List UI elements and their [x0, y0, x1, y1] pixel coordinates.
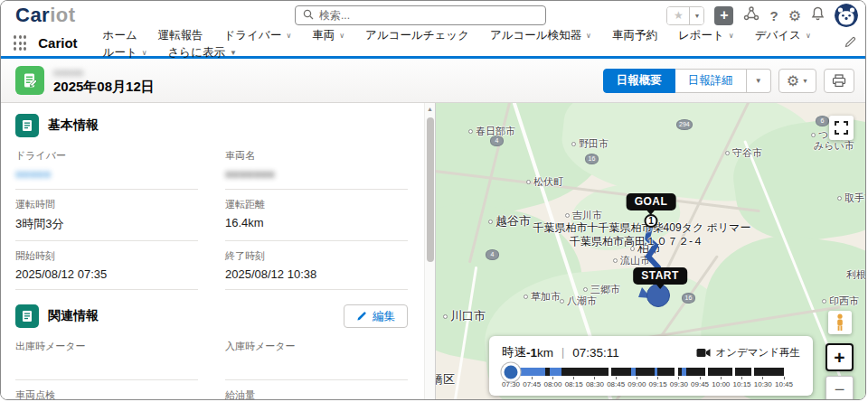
field-label: 給油量: [225, 388, 408, 400]
goal-marker[interactable]: GOAL: [627, 193, 676, 210]
field-value: 2025/08/12 10:38: [225, 267, 408, 281]
field-label: 入庫時メーター: [225, 340, 408, 353]
nav-tab-label: レポート: [678, 28, 724, 43]
record-actions: 日報概要 日報詳細 ▼ ⚙ ▼: [603, 69, 854, 93]
field-label: 車両点検: [15, 388, 198, 400]
app-window: Cariot ★ ▼ + ? ⚙: [0, 0, 866, 400]
report-button-group: 日報概要 日報詳細 ▼: [603, 69, 771, 93]
nav-edit-pencil-icon[interactable]: [844, 35, 856, 51]
field-value[interactable]: ●●●●●: [15, 167, 198, 181]
nav-tab-label: ルート: [103, 45, 137, 61]
nav-tab-アルコールチェック[interactable]: アルコールチェック: [365, 28, 469, 43]
nav-tab-ホーム[interactable]: ホーム: [103, 28, 137, 43]
notifications-bell-icon[interactable]: [811, 6, 825, 24]
nav-tab-label: さらに表示: [168, 45, 225, 61]
chevron-down-icon: ∨: [586, 32, 591, 40]
panel-scrollbar[interactable]: ▲: [424, 103, 435, 400]
playback-timeline[interactable]: [511, 368, 784, 376]
nav-tab-ルート[interactable]: ルート∨: [103, 45, 147, 61]
timeline-segment-black[interactable]: [708, 368, 732, 376]
nav-tab-label: デバイス: [755, 28, 801, 43]
nav-tab-label: ドライバー: [224, 28, 282, 43]
fullscreen-button[interactable]: [829, 116, 854, 140]
timeline-tick-09:45: 09:45: [691, 377, 709, 388]
nav-tab-ドライバー[interactable]: ドライバー∨: [224, 28, 292, 43]
timeline-tick-08:00: 08:00: [543, 377, 561, 388]
print-button[interactable]: [824, 69, 854, 93]
field-車両名: 車両名●●●●●●●: [225, 141, 408, 190]
field-label: 終了時刻: [225, 249, 408, 263]
nav-tabs: ホーム運転報告ドライバー∨車両∨アルコールチェックアルコール検知器∨車両予約レポ…: [103, 26, 844, 61]
field-給油量: 給油量: [225, 380, 408, 400]
timeline-segment-black[interactable]: [657, 368, 675, 376]
timeline-segment-black[interactable]: [754, 368, 784, 376]
timeline-segment-black[interactable]: [636, 368, 654, 376]
main-content: 基本情報 ドライバー●●●●●車両名●●●●●●●運転時間3時間3分運転距離16…: [1, 103, 865, 400]
scrollbar-thumb[interactable]: [427, 117, 434, 262]
guidance-center-icon[interactable]: [743, 6, 760, 24]
nav-tab-さらに表示[interactable]: さらに表示▼: [168, 45, 237, 61]
app-name[interactable]: Cariot: [38, 35, 77, 51]
timeline-segment-black[interactable]: [611, 368, 631, 376]
waypoint-marker[interactable]: 1: [645, 214, 658, 228]
timeline-tick-09:30: 09:30: [670, 377, 688, 388]
daily-detail-button[interactable]: 日報詳細: [675, 69, 747, 93]
detail-panel: 基本情報 ドライバー●●●●●車両名●●●●●●●運転時間3時間3分運転距離16…: [1, 103, 436, 400]
map-address-line2: 千葉県柏市高田１０７２-４: [570, 234, 703, 249]
setup-gear-icon[interactable]: ⚙: [788, 6, 801, 25]
edit-button[interactable]: 編集: [344, 304, 408, 328]
zoom-out-button[interactable]: −: [826, 376, 854, 400]
nav-tab-label: アルコールチェック: [365, 28, 469, 43]
street-view-pegman-icon[interactable]: [828, 311, 852, 334]
scrollbar-up-arrow-icon[interactable]: ▲: [425, 103, 435, 116]
field-label: 運転距離: [225, 198, 408, 211]
route-map[interactable]: 春日部市野田市守谷市つくばみらい市松伏町取手市越谷市吉川市柏市流山市三郷市草加市…: [436, 103, 865, 400]
basic-info-fields: ドライバー●●●●●車両名●●●●●●●運転時間3時間3分運転距離16.4km開…: [15, 141, 408, 290]
nav-tab-車両予約[interactable]: 車両予約: [612, 28, 657, 43]
search-input[interactable]: [319, 9, 538, 22]
timeline-handle[interactable]: [505, 365, 518, 379]
nav-tab-運転報告[interactable]: 運転報告: [158, 28, 203, 43]
field-終了時刻: 終了時刻2025/08/12 10:38: [225, 241, 408, 290]
field-運転時間: 運転時間3時間3分: [15, 190, 198, 241]
edit-button-label: 編集: [373, 309, 395, 324]
video-camera-icon: [696, 348, 711, 358]
chevron-down-icon: ▼: [230, 49, 237, 57]
nav-tab-車両[interactable]: 車両∨: [312, 28, 344, 43]
start-marker[interactable]: START: [633, 267, 687, 285]
logo-text-car: Car: [15, 4, 50, 26]
field-label: 開始時刻: [15, 249, 198, 263]
field-value: 2025/08/12 07:35: [15, 267, 198, 281]
zoom-in-button[interactable]: +: [826, 343, 854, 371]
ondemand-playback-control[interactable]: オンデマンド再生: [696, 346, 800, 360]
global-search[interactable]: [295, 5, 546, 25]
timeline-segment-black[interactable]: [686, 368, 705, 376]
nav-tab-アルコール検知器[interactable]: アルコール検知器∨: [490, 28, 591, 43]
timeline-tick-08:45: 08:45: [607, 377, 625, 388]
user-avatar[interactable]: [835, 4, 858, 27]
field-開始時刻: 開始時刻2025/08/12 07:35: [15, 241, 198, 290]
more-actions-caret-icon[interactable]: ▼: [747, 69, 771, 93]
timeline-tick-09:00: 09:00: [627, 377, 646, 388]
timeline-segment-blue[interactable]: [550, 368, 561, 376]
field-label: 出庫時メーター: [15, 340, 198, 353]
playback-time: 07:35:11: [572, 346, 619, 360]
timeline-segment-black[interactable]: [561, 368, 609, 376]
gear-caret-icon: ▼: [802, 78, 808, 84]
nav-tab-デバイス[interactable]: デバイス∨: [755, 28, 811, 43]
settings-gear-button[interactable]: ⚙ ▼: [778, 69, 816, 93]
app-launcher-waffle-icon[interactable]: [14, 35, 26, 51]
daily-summary-button[interactable]: 日報概要: [603, 69, 675, 93]
help-icon[interactable]: ?: [769, 6, 778, 25]
global-actions-plus-icon[interactable]: +: [714, 6, 733, 25]
favorites-star-icon[interactable]: ★: [667, 7, 689, 24]
chevron-down-icon: ∨: [729, 32, 734, 40]
speed-prefix-label: 時速: [502, 344, 526, 360]
nav-tab-レポート[interactable]: レポート∨: [678, 28, 734, 43]
field-label: 運転時間: [15, 198, 198, 211]
field-value: [15, 358, 198, 371]
timeline-segment-black[interactable]: [735, 368, 751, 376]
related-info-fields: 出庫時メーター入庫時メーター車両点検給油量レシート画像コメント: [15, 332, 408, 400]
favorites-caret-icon[interactable]: ▼: [689, 7, 703, 24]
basic-info-section-icon: [15, 114, 39, 137]
